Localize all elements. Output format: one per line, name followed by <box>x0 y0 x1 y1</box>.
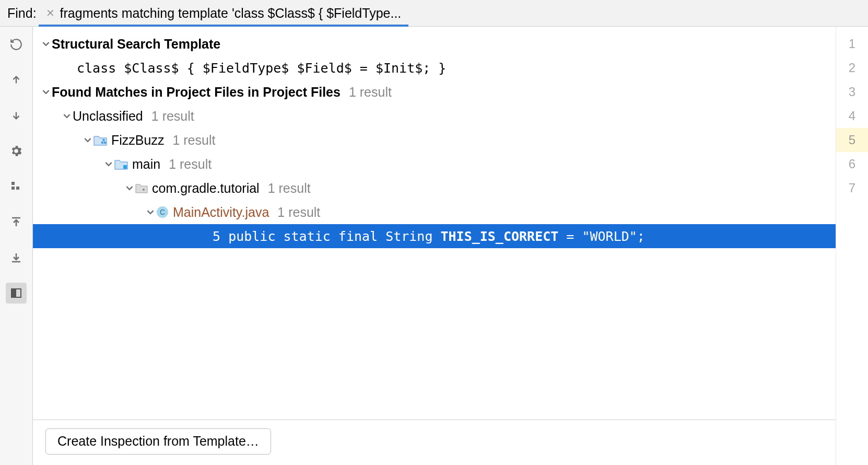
next-occurrence-button[interactable] <box>6 105 27 126</box>
results-tree[interactable]: Structural Search Template class $Class$… <box>33 27 836 420</box>
matches-header-row[interactable]: Found Matches in Project Files in Projec… <box>33 80 836 104</box>
module-label: main <box>132 157 160 172</box>
matches-header: Found Matches in Project Files in Projec… <box>52 85 341 100</box>
create-inspection-button[interactable]: Create Inspection from Template… <box>45 428 271 455</box>
gutter-line: 4 <box>836 104 868 128</box>
project-row[interactable]: FizzBuzz 1 result <box>33 128 836 152</box>
svg-rect-2 <box>16 187 19 190</box>
chevron-down-icon[interactable] <box>103 160 114 168</box>
svg-rect-5 <box>101 142 103 144</box>
tab-underline <box>39 25 409 27</box>
preview-gutter: 1 2 3 4 5 6 7 <box>836 27 868 465</box>
gutter-line: 2 <box>836 56 868 80</box>
unclassified-count: 1 result <box>151 109 194 124</box>
prev-occurrence-button[interactable] <box>6 69 27 90</box>
svg-rect-0 <box>11 182 15 185</box>
svg-point-9 <box>143 189 145 191</box>
package-count: 1 result <box>268 181 311 196</box>
gutter-line: 7 <box>836 176 868 200</box>
collapse-all-button[interactable] <box>6 247 27 268</box>
template-header: Structural Search Template <box>52 37 220 52</box>
class-file-icon: C <box>156 206 169 218</box>
search-tab[interactable]: ✕ fragments matching template 'class $Cl… <box>44 0 404 26</box>
svg-text:C: C <box>160 208 165 216</box>
file-row[interactable]: C MainActivity.java 1 result <box>33 200 836 224</box>
rerun-button[interactable] <box>6 34 27 55</box>
matches-count: 1 result <box>349 85 392 100</box>
find-bar: Find: ✕ fragments matching template 'cla… <box>0 0 868 27</box>
template-header-row[interactable]: Structural Search Template <box>33 32 836 56</box>
chevron-down-icon[interactable] <box>145 208 156 216</box>
svg-rect-4 <box>11 289 16 297</box>
chevron-down-icon[interactable] <box>124 184 135 192</box>
settings-button[interactable] <box>6 141 27 161</box>
gutter-line: 1 <box>836 32 868 56</box>
gutter-line: 6 <box>836 152 868 176</box>
chevron-down-icon[interactable] <box>40 88 52 96</box>
package-label: com.gradle.tutorial <box>152 181 260 196</box>
package-row[interactable]: com.gradle.tutorial 1 result <box>33 176 836 200</box>
file-label: MainActivity.java <box>173 205 269 220</box>
module-row[interactable]: main 1 result <box>33 152 836 176</box>
chevron-down-icon[interactable] <box>61 112 73 120</box>
svg-rect-8 <box>123 165 127 169</box>
find-label: Find: <box>7 6 37 21</box>
project-label: FizzBuzz <box>111 133 164 148</box>
project-count: 1 result <box>172 133 215 148</box>
group-by-button[interactable] <box>6 176 27 197</box>
chevron-down-icon[interactable] <box>82 136 93 144</box>
line-number: 5 <box>213 229 220 244</box>
file-count: 1 result <box>277 205 320 220</box>
gutter-line-highlighted: 5 <box>836 128 868 152</box>
left-toolbar <box>0 27 33 465</box>
svg-rect-6 <box>104 142 106 144</box>
module-icon <box>114 158 128 170</box>
unclassified-label: Unclassified <box>73 109 143 124</box>
gutter-line: 3 <box>836 80 868 104</box>
svg-rect-7 <box>103 139 105 141</box>
package-icon <box>135 183 148 193</box>
svg-rect-1 <box>11 187 15 190</box>
template-code-row[interactable]: class $Class$ { $FieldType$ $Field$ = $I… <box>33 56 836 80</box>
module-count: 1 result <box>169 157 212 172</box>
template-code: class $Class$ { $FieldType$ $Field$ = $I… <box>77 61 446 76</box>
match-code: 5 public static final String THIS_IS_COR… <box>213 229 645 244</box>
close-tab-icon[interactable]: ✕ <box>46 7 55 19</box>
unclassified-row[interactable]: Unclassified 1 result <box>33 104 836 128</box>
project-icon <box>93 134 107 146</box>
bottom-bar: Create Inspection from Template… <box>33 420 836 465</box>
preview-toggle-button[interactable] <box>6 283 27 304</box>
expand-all-button[interactable] <box>6 212 27 233</box>
chevron-down-icon[interactable] <box>40 40 52 48</box>
tab-title: fragments matching template 'class $Clas… <box>60 6 402 21</box>
match-row[interactable]: 5 public static final String THIS_IS_COR… <box>33 224 836 248</box>
